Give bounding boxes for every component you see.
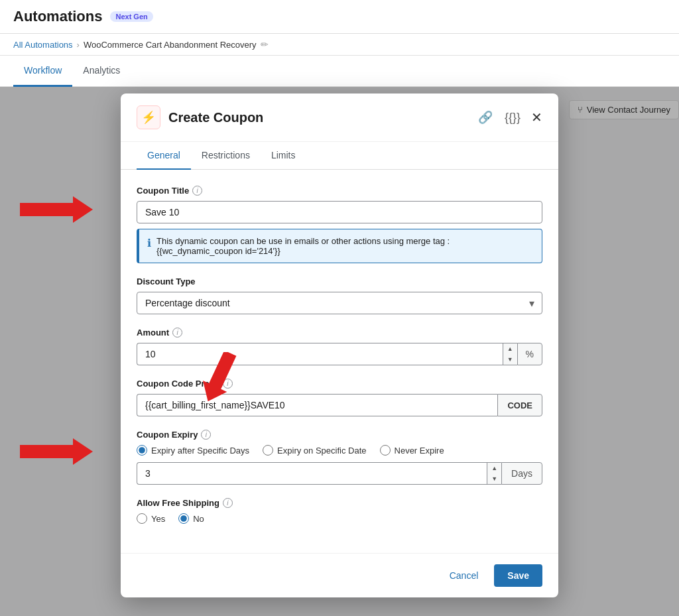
tabs-bar: Workflow Analytics xyxy=(0,56,679,87)
expiry-specific-days-radio[interactable] xyxy=(137,445,147,456)
coupon-expiry-help-icon[interactable]: i xyxy=(201,430,211,440)
expiry-specific-date-radio[interactable] xyxy=(263,445,273,456)
discount-type-group: Discount Type Percentage discount Fixed … xyxy=(137,277,542,314)
discount-type-select[interactable]: Percentage discount Fixed cart discount … xyxy=(137,292,542,314)
breadcrumb-all-automations[interactable]: All Automations xyxy=(13,40,73,50)
next-gen-badge: Next Gen xyxy=(110,11,153,22)
allow-free-shipping-label: Allow Free Shipping i xyxy=(137,498,542,508)
top-bar: Automations Next Gen xyxy=(0,0,679,34)
modal-overlay: ⚡ Create Coupon 🔗 {{}} ✕ General Restric… xyxy=(0,87,679,616)
free-shipping-no-label[interactable]: No xyxy=(178,513,204,524)
coupon-code-prefix-input[interactable] xyxy=(137,394,497,416)
modal-tab-limits[interactable]: Limits xyxy=(261,142,306,170)
amount-label: Amount i xyxy=(137,328,542,338)
modal-tab-restrictions[interactable]: Restrictions xyxy=(191,142,261,170)
save-button[interactable]: Save xyxy=(494,564,542,587)
edit-icon[interactable]: ✏ xyxy=(261,39,269,50)
link-icon-button[interactable]: 🔗 xyxy=(477,109,494,126)
days-suffix: Days xyxy=(501,462,542,485)
amount-spinner: ▲ ▼ xyxy=(503,343,517,365)
modal-tab-general[interactable]: General xyxy=(137,142,191,170)
discount-type-select-wrapper: Percentage discount Fixed cart discount … xyxy=(137,292,542,314)
prefix-input-wrapper: CODE xyxy=(137,394,542,416)
amount-input-wrapper: ▲ ▼ % xyxy=(137,343,542,365)
amount-decrement-button[interactable]: ▼ xyxy=(503,354,517,365)
coupon-title-label: Coupon Title i xyxy=(137,186,542,196)
amount-suffix: % xyxy=(517,343,542,365)
coupon-title-help-icon[interactable]: i xyxy=(192,186,202,196)
expiry-specific-days-label[interactable]: Expiry after Specific Days xyxy=(137,445,249,456)
coupon-icon: ⚡ xyxy=(137,105,160,129)
breadcrumb-separator: › xyxy=(77,40,80,50)
free-shipping-no-radio[interactable] xyxy=(178,513,189,524)
code-button[interactable]: CODE xyxy=(497,394,542,416)
amount-input[interactable] xyxy=(137,343,503,365)
breadcrumb-current: WooCommerce Cart Abandonment Recovery xyxy=(84,40,257,50)
free-shipping-yes-radio[interactable] xyxy=(137,513,147,524)
tab-analytics[interactable]: Analytics xyxy=(72,56,131,87)
info-banner: ℹ This dynamic coupon can be use in emai… xyxy=(137,229,542,263)
days-decrement-button[interactable]: ▼ xyxy=(487,473,501,484)
amount-help-icon[interactable]: i xyxy=(172,328,182,338)
days-input[interactable] xyxy=(137,462,487,485)
modal-tabs: General Restrictions Limits xyxy=(121,142,558,170)
expiry-never-radio[interactable] xyxy=(380,445,391,456)
days-spinner: ▲ ▼ xyxy=(487,462,501,485)
coupon-title-group: Coupon Title i ℹ This dynamic coupon can… xyxy=(137,186,542,263)
coupon-expiry-group: Coupon Expiry i Expiry after Specific Da… xyxy=(137,430,542,485)
page-background: ⑂ View Contact Journey ⚡ Create Coupon xyxy=(0,87,679,616)
modal-title: Create Coupon xyxy=(168,110,469,125)
free-shipping-radio-group: Yes No xyxy=(137,513,542,524)
modal-footer: Cancel Save xyxy=(121,553,558,597)
days-input-wrapper: ▲ ▼ Days xyxy=(137,462,542,485)
amount-group: Amount i ▲ ▼ % xyxy=(137,328,542,365)
page-title: Automations xyxy=(13,8,102,25)
cancel-button[interactable]: Cancel xyxy=(442,565,487,586)
expiry-never-label[interactable]: Never Expire xyxy=(380,445,444,456)
allow-free-shipping-group: Allow Free Shipping i Yes No xyxy=(137,498,542,524)
coupon-title-input[interactable] xyxy=(137,201,542,223)
coupon-code-prefix-help-icon[interactable]: i xyxy=(223,379,233,389)
amount-increment-button[interactable]: ▲ xyxy=(503,343,517,354)
allow-free-shipping-help-icon[interactable]: i xyxy=(223,498,233,508)
free-shipping-yes-label[interactable]: Yes xyxy=(137,513,165,524)
tab-workflow[interactable]: Workflow xyxy=(13,56,72,87)
coupon-code-prefix-group: Coupon Code Prefix i CODE xyxy=(137,379,542,416)
modal-body: Coupon Title i ℹ This dynamic coupon can… xyxy=(121,170,558,553)
coupon-expiry-label: Coupon Expiry i xyxy=(137,430,542,440)
info-icon: ℹ xyxy=(147,237,151,249)
modal-header-actions: 🔗 {{}} ✕ xyxy=(477,109,542,126)
days-increment-button[interactable]: ▲ xyxy=(487,463,501,473)
close-modal-button[interactable]: ✕ xyxy=(531,109,542,125)
modal-header: ⚡ Create Coupon 🔗 {{}} ✕ xyxy=(121,93,558,142)
discount-type-label: Discount Type xyxy=(137,277,542,286)
breadcrumb: All Automations › WooCommerce Cart Aband… xyxy=(0,34,679,56)
create-coupon-modal: ⚡ Create Coupon 🔗 {{}} ✕ General Restric… xyxy=(121,93,558,597)
coupon-code-prefix-label: Coupon Code Prefix i xyxy=(137,379,542,389)
expiry-radio-group: Expiry after Specific Days Expiry on Spe… xyxy=(137,445,542,456)
merge-tags-icon-button[interactable]: {{}} xyxy=(503,109,522,126)
expiry-specific-date-label[interactable]: Expiry on Specific Date xyxy=(263,445,366,456)
